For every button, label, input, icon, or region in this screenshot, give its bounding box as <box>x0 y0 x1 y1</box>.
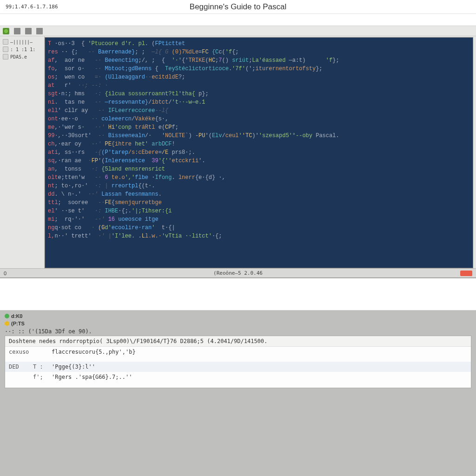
ide-body: —||||||— : 1 :1 1: PDAS.e T ·os··3 { 'Pt… <box>0 36 476 268</box>
console-output-row[interactable]: f'; 'Rgers .'spa{G66}.7;..'' <box>5 372 471 382</box>
console-output-row[interactable]: DED T : 'Pgge{(3}:l'' <box>5 362 471 372</box>
console-chip-a[interactable]: d:K0 <box>5 313 471 319</box>
console-output-row[interactable]: cexuso flaccresucoru{5.,phy','b} <box>5 347 471 357</box>
console-output-header: Doshtene nedes rndorroptpio( 3Lsp00)\/F1… <box>5 336 471 347</box>
console-chip-a-label: d:K0 <box>11 313 22 319</box>
console-row-body: flaccresucoru{5.,phy','b} <box>52 349 136 355</box>
console-output-row-spacer <box>5 382 471 388</box>
ide-window: —||||||— : 1 :1 1: PDAS.e T ·os··3 { 'Pt… <box>0 26 476 278</box>
run-icon[interactable] <box>36 28 43 34</box>
console-row-body: 'Rgers .'spa{G66}.7;..'' <box>52 374 132 380</box>
console-row-sublabel: T : <box>33 364 44 370</box>
console-row-label: cexuso <box>9 349 26 355</box>
project-sidebar: —||||||— : 1 :1 1: PDAS.e <box>0 36 45 268</box>
console-meta-line: ··: :: ('(15Da 3Df oe 90). <box>0 327 476 336</box>
code-editor[interactable]: T ·os··3 { 'Ptucoore d'r. pl. (FPticttet… <box>45 37 473 268</box>
console-row-body: 'Pgge{(3}:l'' <box>52 364 95 370</box>
console-panel: d:K0 (P:TS ··: :: ('(15Da 3Df oe 90). Do… <box>0 311 476 476</box>
spacer-middle <box>0 278 476 311</box>
save-icon[interactable] <box>25 28 32 34</box>
sidebar-item[interactable]: : 1 :1 1: <box>2 46 42 53</box>
status-center-text: (Reoône—5 2.0.46 <box>0 270 476 276</box>
console-row-sublabel: f'; <box>33 374 44 380</box>
ide-status-bar: 0 (Reoône—5 2.0.46 <box>0 268 476 278</box>
app-header: 99;1.47.6-1.7.186 Begginne's Guide to Pa… <box>0 0 476 14</box>
file-icon <box>3 46 8 52</box>
folder-icon <box>3 39 8 45</box>
code-editor-content[interactable]: T ·os··3 { 'Ptucoore d'r. pl. (FPticttet… <box>45 38 473 268</box>
console-row-label: DED <box>9 364 26 370</box>
spacer-top <box>0 14 476 26</box>
file-icon <box>3 54 8 60</box>
new-file-icon[interactable] <box>14 28 20 34</box>
status-dot-yellow-icon <box>5 321 9 326</box>
ide-toolbar <box>0 26 476 36</box>
console-output-row-spacer <box>5 357 471 362</box>
console-header-area: d:K0 (P:TS <box>0 311 476 327</box>
status-dot-green-icon <box>5 314 9 318</box>
sidebar-item[interactable]: —||||||— <box>2 38 42 46</box>
sidebar-item-label: —||||||— <box>10 40 33 45</box>
page-title: Begginne's Guide to Pascal <box>0 2 476 12</box>
sidebar-item-label: : 1 :1 1: <box>10 47 35 52</box>
sidebar-item[interactable]: PDAS.e <box>2 53 42 60</box>
editor-frame: T ·os··3 { 'Ptucoore d'r. pl. (FPticttet… <box>45 36 476 268</box>
console-output-table: Doshtene nedes rndorroptpio( 3Lsp00)\/F1… <box>5 336 471 388</box>
console-chip-b-label: (P:TS <box>11 321 25 326</box>
console-chip-b[interactable]: (P:TS <box>5 321 471 326</box>
home-icon[interactable] <box>3 28 9 34</box>
sidebar-item-label: PDAS.e <box>10 54 27 60</box>
